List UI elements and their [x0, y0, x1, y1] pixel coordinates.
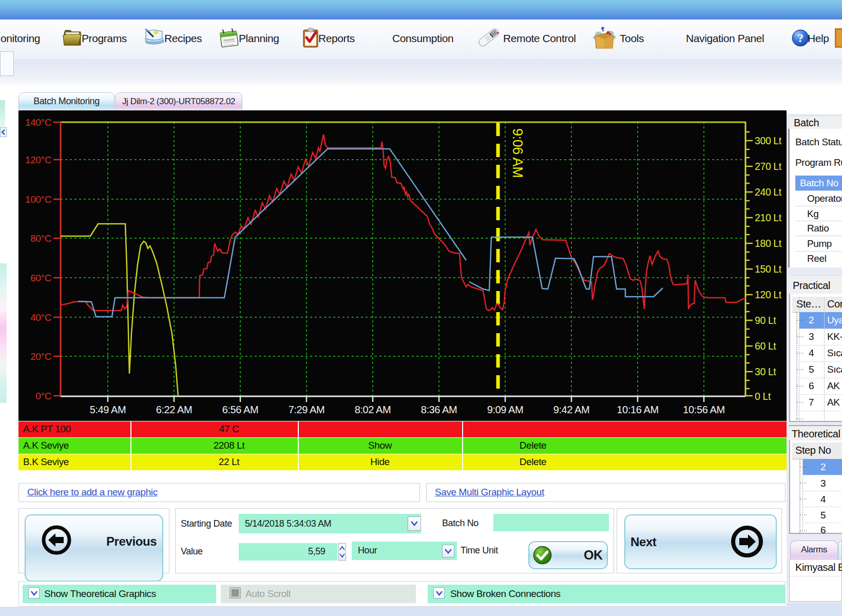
- svg-text:90 Lt: 90 Lt: [755, 315, 776, 326]
- svg-text:7:29 AM: 7:29 AM: [289, 404, 325, 415]
- svg-text:8:02 AM: 8:02 AM: [355, 404, 391, 415]
- svg-text:120°C: 120°C: [25, 155, 51, 165]
- svg-text:9:42 AM: 9:42 AM: [553, 404, 590, 415]
- svg-text:180 Lt: 180 Lt: [755, 238, 782, 249]
- svg-text:0 Lt: 0 Lt: [755, 391, 771, 402]
- svg-text:5:49 AM: 5:49 AM: [90, 404, 126, 415]
- svg-text:9:06 AM: 9:06 AM: [510, 128, 525, 178]
- svg-text:270 Lt: 270 Lt: [755, 161, 782, 172]
- svg-text:100°C: 100°C: [25, 194, 51, 205]
- svg-text:60°C: 60°C: [30, 273, 51, 283]
- svg-text:8:36 AM: 8:36 AM: [421, 404, 457, 415]
- svg-text:240 Lt: 240 Lt: [755, 186, 782, 198]
- svg-text:10:56 AM: 10:56 AM: [683, 404, 724, 415]
- svg-text:6:22 AM: 6:22 AM: [156, 404, 193, 415]
- svg-text:6:56 AM: 6:56 AM: [222, 404, 259, 415]
- svg-text:80°C: 80°C: [30, 233, 51, 244]
- svg-text:30 Lt: 30 Lt: [755, 366, 776, 377]
- svg-text:300 Lt: 300 Lt: [755, 135, 782, 146]
- svg-text:?: ?: [797, 32, 803, 45]
- svg-text:60 Lt: 60 Lt: [755, 340, 776, 352]
- svg-text:210 Lt: 210 Lt: [755, 212, 782, 223]
- svg-text:0°C: 0°C: [35, 391, 51, 401]
- svg-text:10:16 AM: 10:16 AM: [617, 404, 658, 415]
- svg-text:40°C: 40°C: [30, 312, 51, 323]
- svg-text:20°C: 20°C: [30, 351, 51, 362]
- svg-text:150 Lt: 150 Lt: [755, 263, 782, 275]
- svg-text:9:09 AM: 9:09 AM: [487, 404, 524, 415]
- svg-text:140°C: 140°C: [25, 117, 51, 128]
- svg-text:120 Lt: 120 Lt: [755, 289, 782, 300]
